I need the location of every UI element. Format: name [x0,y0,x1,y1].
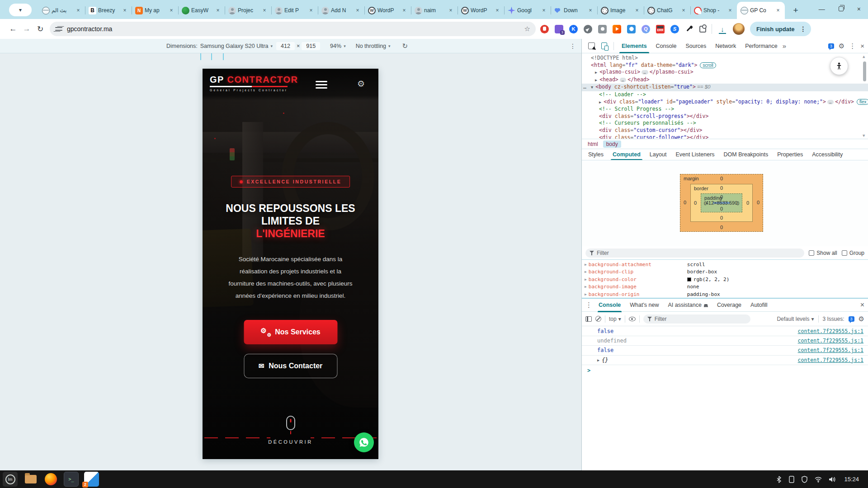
dom-tree-line[interactable]: ▶ <head>…</head> [582,76,868,84]
tab-layout[interactable]: Layout [645,149,671,160]
browser-tab[interactable]: Projec [225,2,271,19]
device-toolbar-toggle-icon[interactable] [598,40,610,52]
video-extension-icon[interactable] [613,25,621,33]
profile-avatar[interactable] [733,23,745,35]
close-icon[interactable] [494,7,500,14]
screenshot-extension-icon[interactable] [627,25,636,33]
dom-tree-line[interactable]: <!-- Loader --> [582,91,868,99]
whatsapp-button[interactable] [354,432,374,452]
forward-button[interactable]: → [20,22,33,36]
issues-bubble-icon[interactable]: 3 [828,43,834,49]
bookmark-star-icon[interactable]: ☆ [524,25,530,33]
finish-update-button[interactable]: Finish update ⋮ [750,22,811,36]
tab-computed[interactable]: Computed [608,149,645,160]
close-icon[interactable] [168,7,175,14]
computed-property-row[interactable]: ▶background-attachmentscroll [582,261,868,268]
camera-extension-icon[interactable] [598,25,607,33]
console-close-icon[interactable]: × [860,301,864,309]
devtools-menu-icon[interactable]: ⋮ [849,42,856,50]
throttling-select[interactable]: No throttling [356,43,386,49]
firefox-icon[interactable] [43,472,58,487]
devtools-tab-performance[interactable]: Performance [741,39,782,53]
breadcrumb-body[interactable]: body [603,141,621,148]
browser-tab[interactable]: Breezy [85,2,132,19]
close-icon[interactable] [587,7,594,14]
site-settings-icon[interactable] [55,26,62,32]
expand-icon[interactable]: ▶ [585,270,587,274]
services-button[interactable]: ⚙⚙ Nos Services [244,320,337,344]
source-link[interactable]: content.7f229555.js:1 [798,347,863,353]
close-icon[interactable] [775,7,781,14]
issues-bubble-icon[interactable]: 3 [849,316,854,322]
gp-contractor-logo[interactable]: GP CONTRACTOR General Projects Contracto… [210,75,298,92]
browser-tab[interactable]: My ap [132,2,178,19]
devtools-tab-elements[interactable]: Elements [618,39,651,53]
settings-gear-icon[interactable]: ⚙ [357,79,365,89]
browser-tab[interactable]: ChatG [644,2,690,19]
computed-filter-input[interactable]: Filter [585,249,804,258]
minimize-button[interactable]: — [819,4,825,14]
box-model-content[interactable]: 412×8533.590 [713,202,730,204]
expand-icon[interactable]: ▶ [585,263,587,267]
close-icon[interactable] [680,7,687,14]
computed-property-row[interactable]: ▶background-clipborder-box [582,268,868,276]
close-icon[interactable] [354,7,361,14]
color-swatch[interactable] [687,277,691,282]
browser-tab[interactable]: WordP [458,2,504,19]
reload-button[interactable]: ↻ [33,22,47,36]
browser-tab[interactable]: بث الم [38,2,85,19]
k-extension-icon[interactable]: K [569,25,578,33]
source-link[interactable]: content.7f229555.js:1 [798,357,863,363]
shazam-extension-icon[interactable]: S [670,25,679,33]
console-filter-input[interactable]: Filter [643,314,750,324]
console-tab-console[interactable]: Console [594,298,625,312]
console-sidebar-icon[interactable] [585,316,592,322]
downloads-icon[interactable]: ↓ [717,25,727,33]
expand-icon[interactable]: ▶ [585,285,587,289]
console-menu-icon[interactable]: ⋮ [585,301,592,309]
devtools-settings-gear-icon[interactable]: ⚙ [839,42,844,50]
breadcrumb-html[interactable]: html [585,141,601,148]
close-icon[interactable] [727,7,733,14]
show-all-checkbox[interactable]: Show all [809,250,837,256]
viewport-width-input[interactable]: 412 [276,42,295,50]
bluetooth-icon[interactable] [776,476,782,483]
browser-tab[interactable]: Shop - [690,2,737,19]
computed-property-row[interactable]: ▶background-originpadding-box [582,291,868,298]
devtools-close-icon[interactable]: × [860,42,864,50]
back-button[interactable]: ← [6,22,20,36]
browser-tab[interactable]: Down [551,2,597,19]
browser-tab[interactable]: Image [597,2,644,19]
tab-dom-breakpoints[interactable]: DOM Breakpoints [719,149,773,160]
search-extension-icon[interactable]: Q [642,25,650,33]
dom-tree-line[interactable]: ▶ <div class="loader" id="pageLoader" st… [582,99,868,106]
tab-event-listeners[interactable]: Event Listeners [671,149,719,160]
computed-property-row[interactable]: ▶background-colorrgb(2, 2, 2) [582,276,868,283]
devtools-tab-network[interactable]: Network [711,39,740,53]
computed-property-row[interactable]: ▶background-imagenone [582,283,868,291]
device-toolbar-menu-icon[interactable]: ⋮ [570,42,576,50]
zoom-select[interactable]: 94% [330,43,341,49]
compass-extension-icon[interactable] [584,25,592,33]
console-tab-ai-assistance[interactable]: AI assistance [664,298,712,312]
close-icon[interactable] [448,7,454,14]
browser-tab-active[interactable]: GP Co [737,2,785,19]
adblock-extension-icon[interactable] [540,25,549,33]
close-icon[interactable] [308,7,314,14]
browser-tab[interactable]: EasyW [178,2,225,19]
console-settings-gear-icon[interactable]: ⚙ [859,315,864,323]
live-expression-eye-icon[interactable] [629,317,636,321]
console-tab-coverage[interactable]: Coverage [712,298,746,312]
address-bar[interactable]: gpcontractor.ma ☆ [50,22,536,36]
tablet-icon[interactable] [788,476,795,483]
browser-tab[interactable]: Googl [504,2,551,19]
device-select[interactable]: Samsung Galaxy S20 Ultra [200,43,269,49]
terminal-icon[interactable]: >_ [64,472,79,487]
tab-styles[interactable]: Styles [584,149,608,160]
dom-tree-line[interactable]: <div class="cursor-follower"></div> [582,134,868,139]
expand-icon[interactable]: ▶ [585,292,587,296]
contact-button[interactable]: ✉ Nous Contacter [244,354,337,378]
issues-count-label[interactable]: 3 Issues: [823,316,844,322]
close-icon[interactable] [215,7,221,14]
close-icon[interactable] [122,7,128,14]
